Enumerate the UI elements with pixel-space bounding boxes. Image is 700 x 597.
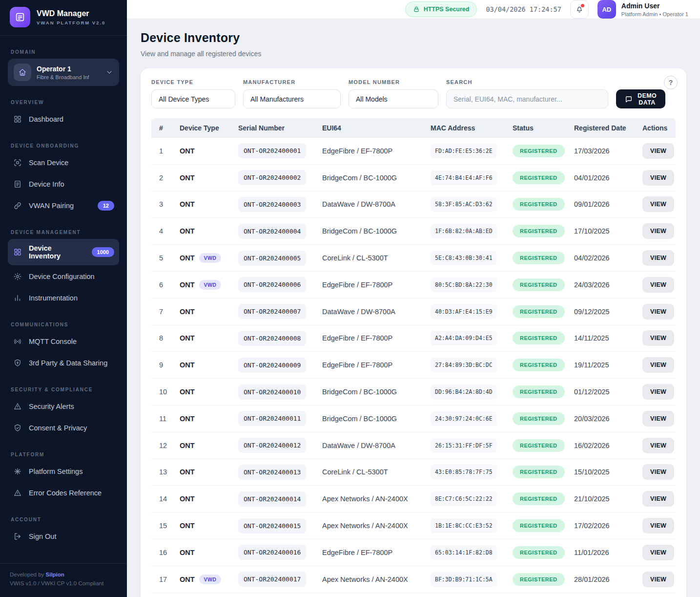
status-badge: REGISTERED bbox=[513, 252, 565, 264]
row-device-type: ONT bbox=[180, 308, 195, 316]
view-button[interactable]: VIEW bbox=[642, 438, 674, 453]
sidebar-item-label: 3rd Party & Data Sharing bbox=[29, 359, 107, 367]
status-badge: REGISTERED bbox=[513, 198, 565, 211]
device-type-select[interactable]: All Device Types bbox=[151, 89, 235, 108]
sidebar-item-scan-device[interactable]: Scan Device bbox=[8, 152, 119, 173]
sidebar-item-security-alerts[interactable]: Security Alerts bbox=[8, 396, 119, 417]
status-badge: REGISTERED bbox=[513, 359, 565, 371]
row-date: 11/01/2026 bbox=[570, 545, 638, 560]
https-secured-label: HTTPS Secured bbox=[424, 6, 470, 13]
manufacturer-select[interactable]: All Manufacturers bbox=[243, 89, 341, 108]
broadcast-icon bbox=[13, 337, 22, 346]
sidebar-item-label: Scan Device bbox=[29, 159, 68, 167]
sidebar-item-3rd-party[interactable]: 3rd Party & Data Sharing bbox=[8, 353, 119, 373]
vendor-link[interactable]: Silpion bbox=[46, 572, 64, 577]
col-device-type: Device Type bbox=[176, 118, 234, 138]
view-button[interactable]: VIEW bbox=[642, 277, 674, 293]
demo-data-button[interactable]: DEMO DATA bbox=[616, 89, 665, 108]
row-index: 5 bbox=[151, 250, 176, 266]
nav-group-communications: COMMUNICATIONS bbox=[11, 322, 116, 327]
sidebar-item-label: Platform Settings bbox=[29, 468, 82, 475]
view-button[interactable]: VIEW bbox=[642, 330, 674, 346]
row-serial: ONT-OR202400002 bbox=[238, 170, 306, 185]
sidebar-item-mqtt-console[interactable]: MQTT Console bbox=[8, 331, 119, 352]
view-button[interactable]: VIEW bbox=[642, 384, 674, 400]
view-button[interactable]: VIEW bbox=[642, 250, 674, 266]
row-mac: 58:3F:85:AC:D3:62 bbox=[431, 197, 497, 212]
row-mac: DD:96:B4:2A:8D:4D bbox=[431, 384, 497, 399]
row-device-type: ONT bbox=[180, 281, 195, 289]
sidebar-item-vwan-pairing[interactable]: VWAN Pairing 12 bbox=[8, 195, 119, 216]
view-button[interactable]: VIEW bbox=[642, 464, 674, 480]
domain-selector[interactable]: Operator 1 Fibre & Broadband Inf bbox=[8, 59, 119, 86]
view-button[interactable]: VIEW bbox=[642, 357, 674, 373]
row-index: 15 bbox=[151, 518, 176, 533]
view-button[interactable]: VIEW bbox=[642, 518, 674, 533]
row-date: 17/03/2026 bbox=[570, 143, 638, 159]
row-device-type: ONT bbox=[180, 468, 195, 476]
row-eui64: Apex Networks / AN-2400X bbox=[318, 518, 427, 533]
status-badge: REGISTERED bbox=[513, 439, 565, 452]
model-number-select[interactable]: All Models bbox=[349, 89, 438, 108]
inventory-count-badge: 1000 bbox=[92, 247, 114, 257]
col-serial: Serial Number bbox=[234, 118, 318, 138]
grid-icon bbox=[13, 114, 22, 124]
sidebar-item-device-info[interactable]: Device Info bbox=[8, 174, 119, 194]
status-badge: REGISTERED bbox=[513, 225, 565, 237]
row-serial: ONT-OR202400011 bbox=[238, 411, 306, 426]
row-serial: ONT-OR202400014 bbox=[238, 491, 306, 507]
compliance-text: VWIS v1.0 / VWKI CP v1.0 Compliant bbox=[10, 579, 117, 588]
row-serial: ONT-OR202400015 bbox=[238, 518, 306, 533]
row-date: 09/12/2025 bbox=[570, 304, 638, 320]
avatar: AD bbox=[597, 0, 616, 19]
developed-by-text: Developed by bbox=[10, 572, 44, 577]
search-filter: SEARCH bbox=[446, 79, 608, 108]
pairing-count-badge: 12 bbox=[98, 201, 114, 211]
view-button[interactable]: VIEW bbox=[642, 411, 674, 426]
user-profile[interactable]: AD Admin User Platform Admin • Operator … bbox=[597, 0, 688, 19]
view-button[interactable]: VIEW bbox=[642, 304, 674, 320]
row-eui64: BridgeCom / BC-1000G bbox=[318, 411, 427, 426]
view-button[interactable]: VIEW bbox=[642, 545, 674, 560]
row-index: 3 bbox=[151, 196, 176, 212]
https-secured-badge: HTTPS Secured bbox=[405, 1, 477, 17]
sidebar-item-dashboard[interactable]: Dashboard bbox=[8, 109, 119, 129]
page-title: Device Inventory bbox=[141, 31, 686, 45]
row-eui64: EdgeFibre / EF-7800P bbox=[318, 330, 427, 346]
row-date: 19/11/2025 bbox=[570, 357, 638, 373]
notifications-button[interactable] bbox=[570, 0, 589, 19]
shield-check-icon bbox=[13, 423, 22, 433]
sidebar-item-device-inventory[interactable]: Device Inventory 1000 bbox=[8, 239, 119, 265]
row-eui64: EdgeFibre / EF-7800P bbox=[318, 545, 427, 560]
view-button[interactable]: VIEW bbox=[642, 143, 674, 159]
row-serial: ONT-OR202400005 bbox=[238, 251, 306, 266]
view-button[interactable]: VIEW bbox=[642, 170, 674, 186]
row-eui64: Apex Networks / AN-2400X bbox=[318, 572, 427, 587]
asterisk-icon bbox=[13, 467, 22, 476]
sidebar-item-error-codes[interactable]: Error Codes Reference bbox=[8, 483, 119, 503]
search-input[interactable] bbox=[446, 89, 608, 108]
row-eui64: EdgeFibre / EF-7800P bbox=[318, 143, 427, 159]
sidebar-item-platform-settings[interactable]: Platform Settings bbox=[8, 461, 119, 482]
row-index: 6 bbox=[151, 277, 176, 293]
inventory-card: ? DEVICE TYPE All Device Types MANUFACTU… bbox=[141, 68, 686, 597]
sidebar-item-sign-out[interactable]: Sign Out bbox=[8, 526, 119, 547]
view-button[interactable]: VIEW bbox=[642, 196, 674, 212]
row-date: 01/12/2025 bbox=[570, 384, 638, 400]
row-date: 04/02/2026 bbox=[570, 250, 638, 266]
row-eui64: EdgeFibre / EF-7800P bbox=[318, 277, 427, 293]
vwd-badge: VWD bbox=[199, 253, 222, 263]
view-button[interactable]: VIEW bbox=[642, 572, 674, 587]
row-device-type: ONT bbox=[180, 227, 195, 235]
view-button[interactable]: VIEW bbox=[642, 223, 674, 239]
sidebar-item-consent-privacy[interactable]: Consent & Privacy bbox=[8, 418, 119, 438]
row-index: 8 bbox=[151, 330, 176, 346]
row-date: 15/10/2025 bbox=[570, 464, 638, 480]
view-button[interactable]: VIEW bbox=[642, 491, 674, 507]
sidebar-item-instrumentation[interactable]: Instrumentation bbox=[8, 288, 119, 308]
help-button[interactable]: ? bbox=[664, 76, 678, 89]
row-mac: 43:E0:85:78:7F:75 bbox=[431, 465, 497, 479]
table-row: 10 ONT ONT-OR202400010 BridgeCom / BC-10… bbox=[151, 379, 676, 405]
sidebar-item-device-configuration[interactable]: Device Configuration bbox=[8, 266, 119, 287]
row-mac: 65:03:14:1F:82:D8 bbox=[431, 545, 497, 560]
